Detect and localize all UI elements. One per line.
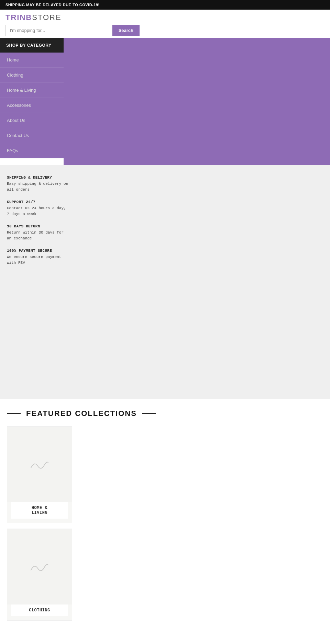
- info-block-title: SUPPORT 24/7: [7, 200, 69, 204]
- collection-card-image: [7, 427, 72, 502]
- header: TRINBSTORE Search: [0, 10, 330, 38]
- info-block-desc: Contact us 24 hours a day, 7 days a week: [7, 205, 69, 217]
- nav-item-accessories[interactable]: Accessories: [0, 98, 64, 113]
- nav-sidebar: SHOP BY CATEGORY HomeClothingHome & Livi…: [0, 38, 64, 165]
- hero-purple-area: [64, 38, 330, 165]
- nav-items: HomeClothingHome & LivingAccessoriesAbou…: [0, 53, 64, 158]
- nav-item-home[interactable]: Home: [0, 53, 64, 68]
- home-living-collection[interactable]: HOME &LIVING: [7, 426, 72, 523]
- shop-by-category-header: SHOP BY CATEGORY: [0, 38, 64, 53]
- info-block-title: 30 DAYS RETURN: [7, 224, 69, 228]
- info-blocks: SHIPPING & DELIVERY Easy shipping & deli…: [0, 165, 76, 283]
- collection-card-label: HOME &LIVING: [11, 502, 68, 519]
- logo: TRINBSTORE: [6, 13, 324, 22]
- info-block: 100% PAYMENT SECURE We ensure secure pay…: [7, 249, 69, 265]
- featured-line-left: [7, 413, 21, 414]
- collection-card-image: [7, 529, 72, 605]
- banner-text: SHIPPING MAY BE DELAYED DUE TO COVID-19!: [6, 3, 100, 7]
- nav-item-clothing[interactable]: Clothing: [0, 68, 64, 83]
- nav-item-faqs[interactable]: FAQs: [0, 143, 64, 158]
- nav-item-contact-us[interactable]: Contact Us: [0, 128, 64, 143]
- clothing-collection[interactable]: CLOTHING: [7, 529, 72, 621]
- logo-b: B: [26, 13, 32, 22]
- nav-purple-area: SHOP BY CATEGORY HomeClothingHome & Livi…: [0, 38, 330, 165]
- info-block: SHIPPING & DELIVERY Easy shipping & deli…: [7, 176, 69, 192]
- logo-store: STORE: [32, 13, 61, 22]
- info-block: SUPPORT 24/7 Contact us 24 hours a day, …: [7, 200, 69, 217]
- info-block-title: SHIPPING & DELIVERY: [7, 176, 69, 180]
- collection-card-label: CLOTHING: [11, 605, 68, 616]
- image-placeholder-icon: [29, 459, 50, 470]
- info-block-desc: We ensure secure payment with PEV: [7, 254, 69, 265]
- collections-grid: HOME &LIVING CLOTHING: [7, 426, 323, 621]
- search-row: Search: [6, 25, 140, 36]
- featured-title: FEATURED COLLECTIONS: [26, 409, 137, 418]
- featured-title-row: FEATURED COLLECTIONS: [7, 409, 323, 418]
- search-input[interactable]: [6, 25, 112, 36]
- image-placeholder-icon: [29, 562, 50, 572]
- logo-trin: TRIN: [6, 13, 26, 22]
- info-block-desc: Return within 30 days for an exchange: [7, 230, 69, 241]
- featured-section: FEATURED COLLECTIONS HOME &LIVING CLOTHI…: [0, 399, 330, 631]
- info-block: 30 DAYS RETURN Return within 30 days for…: [7, 224, 69, 241]
- info-block-title: 100% PAYMENT SECURE: [7, 249, 69, 253]
- info-block-desc: Easy shipping & delivery on all orders: [7, 181, 69, 192]
- grey-area: SHIPPING & DELIVERY Easy shipping & deli…: [0, 165, 330, 399]
- nav-item-home-living[interactable]: Home & Living: [0, 83, 64, 98]
- nav-item-about-us[interactable]: About Us: [0, 113, 64, 128]
- covid-banner: SHIPPING MAY BE DELAYED DUE TO COVID-19!: [0, 0, 330, 10]
- search-button[interactable]: Search: [112, 25, 140, 36]
- featured-line-right: [142, 413, 156, 414]
